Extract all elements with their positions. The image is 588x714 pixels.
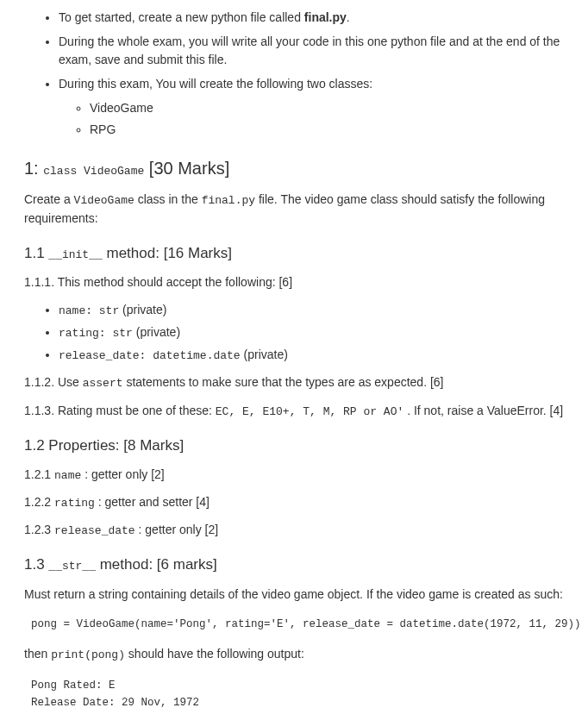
intro-item: During the whole exam, you will write al… [59,33,564,70]
p-1-2-3: 1.2.3 release_date : getter only [2] [24,521,564,540]
text: To get started, create a new python file… [59,10,304,24]
heading-suffix: [30 Marks] [144,159,229,178]
text: : getter only [2] [81,467,165,481]
text: . If not, raise a ValueError. [4] [403,404,563,417]
classes-list: VideoGame RPG [59,99,564,140]
param-text: (private) [119,303,166,316]
class-item: VideoGame [90,99,564,118]
param-item: rating: str (private) [59,323,564,342]
heading-code: __init__ [48,248,102,261]
intro-list: To get started, create a new python file… [24,9,564,140]
heading-code: class VideoGame [43,165,144,178]
code-output-1: Pong Rated: E Release Date: 29 Nov, 1972 [31,677,564,711]
inline-code: final.py [202,194,255,207]
p-1-1-3: 1.1.3. Rating must be one of these: EC, … [24,402,564,421]
text: 1.1.3. Rating must be one of these: [24,404,216,417]
heading-prefix: 1.3 [24,556,48,573]
section-1-1-heading: 1.1 __init__ method: [16 Marks] [24,242,564,265]
p-1-1-1: 1.1.1. This method should accept the fol… [24,273,564,292]
heading-code: __str__ [48,560,96,573]
param-code: name: str [59,304,119,317]
heading-suffix: method: [16 Marks] [103,245,232,261]
p-1-2-2: 1.2.2 rating : getter and setter [4] [24,493,564,512]
code-example-1: pong = VideoGame(name='Pong', rating='E'… [31,616,564,633]
class-item: RPG [90,121,564,140]
intro-item: During this exam, You will create the fo… [59,75,564,140]
text: During the whole exam, you will write al… [59,34,560,67]
text: : getter only [2] [135,523,219,536]
section-1-heading: 1: class VideoGame [30 Marks] [24,155,564,182]
text: statements to make sure that the types a… [123,375,444,389]
section-1-intro: Create a VideoGame class in the final.py… [24,191,564,229]
inline-code: rating [54,497,95,510]
text: During this exam, You will create the fo… [59,77,372,91]
text: 1.1.2. Use [24,375,83,389]
text: . [347,10,350,24]
intro-item: To get started, create a new python file… [59,9,564,28]
param-item: release_date: datetime.date (private) [59,346,564,365]
heading-suffix: method: [6 marks] [96,556,217,573]
param-item: name: str (private) [59,301,564,320]
text: class in the [134,192,202,206]
p-1-2-1: 1.2.1 name : getter only [2] [24,466,564,485]
num: 1.2.2 [24,495,54,509]
inline-code: EC, E, E10+, T, M, RP or AO' [216,405,403,418]
inline-code: name [54,469,81,482]
heading-prefix: 1.1 [24,245,48,261]
p-1-3-then: then print(pong) should have the followi… [24,645,564,664]
p-1-3-intro: Must return a string containing details … [24,586,564,604]
text: Create a [24,192,74,206]
param-text: (private) [133,325,180,339]
text: : getter and setter [4] [95,495,210,509]
heading-prefix: 1: [24,159,43,178]
param-text: (private) [241,348,288,361]
section-1-3-heading: 1.3 __str__ method: [6 marks] [24,554,564,576]
text: should have the following output: [125,647,304,661]
num: 1.2.3 [24,523,54,536]
p-1-1-2: 1.1.2. Use assert statements to make sur… [24,373,564,392]
num: 1.2.1 [24,467,54,481]
inline-code: VideoGame [74,194,134,207]
params-list: name: str (private) rating: str (private… [24,301,564,365]
section-1-2-heading: 1.2 Properties: [8 Marks] [24,435,564,457]
param-code: rating: str [59,327,133,340]
inline-code: print(pong) [51,648,125,661]
inline-code: release_date [54,524,135,537]
param-code: release_date: datetime.date [59,349,241,362]
text: then [24,647,51,661]
inline-code: assert [83,377,123,390]
filename-bold: final.py [304,10,347,24]
